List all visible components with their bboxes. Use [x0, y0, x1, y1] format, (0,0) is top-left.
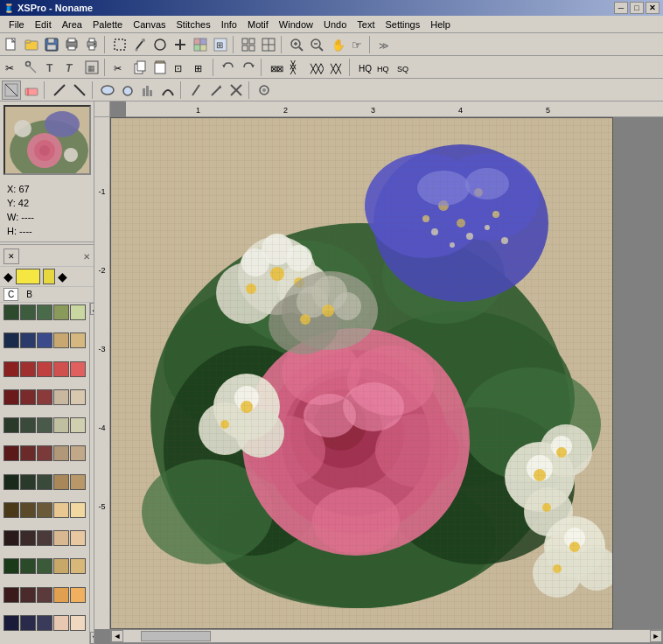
menu-file[interactable]: File [3, 18, 30, 32]
menu-stitches[interactable]: Stitches [171, 18, 216, 32]
color-cell-16[interactable] [20, 389, 36, 405]
color-cell-54[interactable] [70, 587, 86, 603]
color-cell-14[interactable] [70, 361, 86, 377]
color-cell-8[interactable] [53, 332, 69, 348]
save-button[interactable] [42, 35, 61, 54]
cross-stitch-canvas[interactable] [110, 117, 613, 629]
more-button[interactable]: ≫ [375, 35, 394, 54]
color-cell-27[interactable] [37, 445, 52, 461]
minimize-button[interactable]: ─ [614, 2, 628, 14]
oval-tool[interactable] [98, 80, 117, 100]
color-cell-26[interactable] [20, 445, 36, 461]
color-cell-1[interactable] [20, 304, 36, 320]
color-cell-4[interactable] [70, 304, 86, 320]
half-stitch1[interactable]: HQ [355, 58, 374, 77]
diamond-dark-icon[interactable]: ◆ [58, 270, 67, 284]
curve-tool[interactable] [158, 80, 178, 100]
color-cell-0[interactable] [3, 304, 19, 320]
tab-c[interactable]: C [3, 288, 18, 301]
tab-b[interactable]: B [22, 288, 37, 301]
zoom-in-button[interactable] [287, 35, 306, 54]
color-cell-6[interactable] [20, 332, 36, 348]
select-rect-button[interactable] [110, 35, 129, 54]
menu-edit[interactable]: Edit [30, 18, 57, 32]
color-cell-56[interactable] [20, 615, 36, 631]
h-scroll-track[interactable] [123, 631, 650, 641]
paste-tool[interactable] [150, 58, 170, 77]
menu-settings[interactable]: Settings [380, 18, 425, 32]
secondary-color-swatch[interactable] [43, 269, 55, 284]
circle-tool2[interactable] [118, 80, 137, 100]
scroll-left-btn[interactable]: ◄ [111, 630, 123, 642]
menu-area[interactable]: Area [57, 18, 87, 32]
color-cell-19[interactable] [70, 389, 86, 405]
draw-active[interactable] [2, 80, 21, 100]
stamp-button[interactable] [191, 35, 210, 54]
menu-motif[interactable]: Motif [242, 18, 274, 32]
menu-window[interactable]: Window [274, 18, 318, 32]
color-cell-29[interactable] [70, 445, 86, 461]
misc2[interactable]: ⊞ [191, 58, 210, 77]
grid-stitch[interactable]: ▦ [82, 58, 101, 77]
color-cell-33[interactable] [53, 474, 69, 490]
xstitch2[interactable]: ╳╳ [287, 58, 306, 77]
arrow-tool[interactable] [206, 80, 226, 100]
color-cell-21[interactable] [20, 417, 36, 433]
T-bold[interactable]: T [62, 58, 81, 77]
color-cell-46[interactable] [20, 558, 36, 574]
color-cell-17[interactable] [37, 389, 52, 405]
maximize-button[interactable]: □ [630, 2, 644, 14]
plus-draw-button[interactable] [171, 35, 190, 54]
color-cell-22[interactable] [37, 417, 52, 433]
color-cell-10[interactable] [3, 361, 19, 377]
close-button[interactable]: ✕ [646, 2, 660, 14]
color-cell-20[interactable] [3, 417, 19, 433]
open-button[interactable] [22, 35, 41, 54]
scissors-tool[interactable]: ✂ [110, 58, 129, 77]
color-cell-37[interactable] [37, 502, 52, 518]
half-stitch2[interactable]: HQ [375, 58, 394, 77]
circle-draw-button[interactable] [150, 35, 170, 54]
color-cell-2[interactable] [37, 304, 52, 320]
color-cell-48[interactable] [53, 558, 69, 574]
color-cell-38[interactable] [53, 502, 69, 518]
menu-help[interactable]: Help [425, 18, 456, 32]
color-cell-31[interactable] [20, 474, 36, 490]
diagonal-tool[interactable] [70, 80, 89, 100]
color-cell-25[interactable] [3, 445, 19, 461]
needle-tool[interactable] [22, 58, 41, 77]
half-stitch3[interactable]: SQ [395, 58, 415, 77]
color-cell-45[interactable] [3, 558, 19, 574]
color-cell-50[interactable] [3, 587, 19, 603]
color-cell-41[interactable] [20, 530, 36, 546]
new-button[interactable] [2, 35, 21, 54]
scroll-up-btn[interactable]: ▲ [90, 303, 94, 315]
scroll-right-btn[interactable]: ► [650, 630, 662, 642]
primary-color-swatch[interactable] [16, 269, 40, 284]
color-cell-44[interactable] [70, 530, 86, 546]
color-cell-59[interactable] [70, 615, 86, 631]
menu-undo[interactable]: Undo [318, 18, 352, 32]
color-cell-15[interactable] [3, 389, 19, 405]
color-cell-51[interactable] [20, 587, 36, 603]
color-cell-24[interactable] [70, 417, 86, 433]
color-cell-13[interactable] [53, 361, 69, 377]
color-cell-12[interactable] [37, 361, 52, 377]
paint-button[interactable] [130, 35, 150, 54]
color-cell-40[interactable] [3, 530, 19, 546]
misc1[interactable]: ⊡ [171, 58, 190, 77]
color-cell-58[interactable] [53, 615, 69, 631]
spray-tool[interactable] [255, 80, 274, 100]
color-cell-5[interactable] [3, 332, 19, 348]
color-cell-9[interactable] [70, 332, 86, 348]
undo-tool[interactable] [219, 58, 238, 77]
color-cell-23[interactable] [53, 417, 69, 433]
copy-tool[interactable] [130, 58, 150, 77]
pencil-tool[interactable] [186, 80, 206, 100]
xstitch3[interactable]: ╳╳╳ [307, 58, 326, 77]
color-cell-34[interactable] [70, 474, 86, 490]
fill-button[interactable]: ⊞ [211, 35, 230, 54]
xstitch4[interactable]: ╳╳ [327, 58, 346, 77]
eraser-tool[interactable] [22, 80, 41, 100]
color-cell-49[interactable] [70, 558, 86, 574]
